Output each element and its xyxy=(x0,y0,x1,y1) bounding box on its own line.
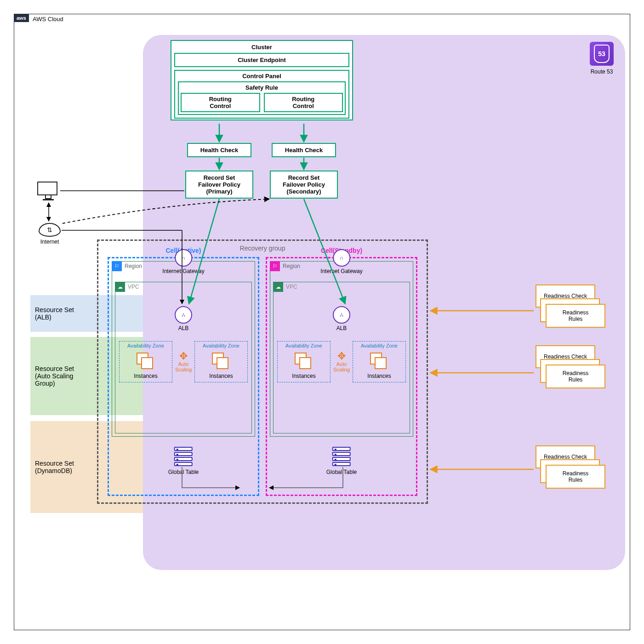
routing-control-1: Routing Control xyxy=(181,93,260,112)
global-table-active: Global Table xyxy=(168,447,199,475)
readiness-check-asg: Readiness Check Readiness Rules xyxy=(536,345,604,391)
readiness-check-ddb: Readiness Check Readiness Rules xyxy=(536,445,604,491)
region-flag-icon: ⚐ xyxy=(112,261,122,271)
cluster-box: Cluster Cluster Endpoint Control Panel S… xyxy=(171,40,353,120)
alb-label: ALB xyxy=(175,325,192,331)
az-title: Availability Zone xyxy=(278,343,330,348)
global-table-label: Global Table xyxy=(168,469,199,475)
igw-label: Internet Gateway xyxy=(162,268,204,274)
resource-set-asg-label: Resource Set (Auto Scaling Group) xyxy=(35,365,95,387)
alb-icon: ⛬ xyxy=(175,306,192,324)
vpc-cloud-icon: ☁ xyxy=(115,282,125,292)
safety-rule: Safety Rule Routing Control Routing Cont… xyxy=(178,81,346,115)
resource-set-ddb-label: Resource Set (DynamoDB) xyxy=(35,460,95,474)
az-title: Availability Zone xyxy=(195,343,247,348)
recovery-group-title: Recovery group xyxy=(240,245,285,252)
az-standby-2: Availability Zone Instances xyxy=(353,341,406,382)
internet-label: Internet xyxy=(39,239,61,245)
auto-scaling-label: Auto Scaling xyxy=(333,361,350,372)
resource-set-alb-label: Resource Set (ALB) xyxy=(35,306,95,321)
client-computer-icon xyxy=(37,182,59,200)
cell-standby: Cell(Standby) ⚐ Region ∩ Internet Gatewa… xyxy=(266,257,417,496)
alb-label: ALB xyxy=(333,325,350,331)
ec2-instances-icon xyxy=(137,353,155,371)
auto-scaling-active: ✥ Auto Scaling xyxy=(175,351,192,372)
ec2-instances-icon xyxy=(295,353,313,371)
ec2-instances-icon xyxy=(370,353,388,371)
az-title: Availability Zone xyxy=(353,343,405,348)
health-check-2: Health Check xyxy=(272,143,336,157)
vpc-cloud-icon: ☁ xyxy=(273,282,283,292)
global-table-standby: Global Table xyxy=(326,447,357,475)
route53-icon: 53 xyxy=(590,42,614,66)
record-set-secondary: Record Set Failover Policy (Secondary) xyxy=(270,171,338,199)
vpc-active: ☁ VPC ⛬ ALB Availability Zone Instances xyxy=(115,282,252,433)
readiness-rules-label: Readiness Rules xyxy=(563,470,589,483)
route53-block: 53 Route 53 xyxy=(590,42,614,75)
region-label: Region xyxy=(283,263,300,269)
instances-label: Instances xyxy=(121,373,170,379)
global-table-label: Global Table xyxy=(326,469,357,475)
alb-standby: ⛬ ALB xyxy=(333,306,350,331)
igw-label: Internet Gateway xyxy=(320,268,362,274)
region-flag-icon: ⚐ xyxy=(270,261,280,271)
region-standby: ⚐ Region ∩ Internet Gateway ☁ VPC ⛬ ALB … xyxy=(270,261,413,437)
route53-label: Route 53 xyxy=(590,68,614,75)
instances-label: Instances xyxy=(355,373,404,379)
control-panel-title: Control Panel xyxy=(178,73,346,80)
auto-scaling-icon: ✥ xyxy=(175,351,192,361)
aws-cloud-label: AWS Cloud xyxy=(33,16,63,23)
vpc-label: VPC xyxy=(128,284,139,290)
alb-icon: ⛬ xyxy=(333,306,350,324)
vpc-label: VPC xyxy=(286,284,297,290)
health-check-1: Health Check xyxy=(187,143,251,157)
igw-icon: ∩ xyxy=(333,249,350,267)
readiness-check-alb: Readiness Check Readiness Rules xyxy=(536,285,604,331)
region-label: Region xyxy=(125,263,142,269)
az-active-2: Availability Zone Instances xyxy=(194,341,248,382)
az-active-1: Availability Zone Instances xyxy=(119,341,172,382)
vpc-standby: ☁ VPC ⛬ ALB Availability Zone Instances xyxy=(273,282,410,433)
ec2-instances-icon xyxy=(212,353,230,371)
auto-scaling-icon: ✥ xyxy=(333,351,350,361)
cluster-title: Cluster xyxy=(174,44,349,51)
global-table-icon xyxy=(332,447,351,467)
internet-icon: Internet xyxy=(39,223,61,245)
cluster-endpoint: Cluster Endpoint xyxy=(174,53,349,67)
instances-label: Instances xyxy=(197,373,245,379)
igw-standby: ∩ Internet Gateway xyxy=(320,249,362,274)
auto-scaling-standby: ✥ Auto Scaling xyxy=(333,351,350,372)
az-row-active: Availability Zone Instances ✥ Auto Scali… xyxy=(119,341,248,382)
control-panel: Control Panel Safety Rule Routing Contro… xyxy=(174,70,349,119)
region-active: ⚐ Region ∩ Internet Gateway ☁ VPC ⛬ ALB … xyxy=(112,261,255,437)
global-table-icon xyxy=(174,447,193,467)
aws-logo-badge: aws xyxy=(14,14,29,22)
readiness-rules-label: Readiness Rules xyxy=(563,309,589,322)
readiness-rules-label: Readiness Rules xyxy=(563,370,589,383)
az-title: Availability Zone xyxy=(120,343,172,348)
igw-icon: ∩ xyxy=(175,249,192,267)
alb-active: ⛬ ALB xyxy=(175,306,192,331)
instances-label: Instances xyxy=(279,373,328,379)
record-set-primary: Record Set Failover Policy (Primary) xyxy=(185,171,253,199)
az-row-standby: Availability Zone Instances ✥ Auto Scali… xyxy=(277,341,406,382)
routing-control-2: Routing Control xyxy=(264,93,343,112)
igw-active: ∩ Internet Gateway xyxy=(162,249,204,274)
az-standby-1: Availability Zone Instances xyxy=(277,341,331,382)
safety-rule-title: Safety Rule xyxy=(181,84,343,91)
recovery-group: Recovery group Cell(Active) ⚐ Region ∩ I… xyxy=(97,239,428,504)
auto-scaling-label: Auto Scaling xyxy=(175,361,192,372)
cell-active: Cell(Active) ⚐ Region ∩ Internet Gateway… xyxy=(108,257,259,496)
aws-cloud-frame: aws AWS Cloud Resource Set (ALB) Resourc… xyxy=(14,14,630,630)
